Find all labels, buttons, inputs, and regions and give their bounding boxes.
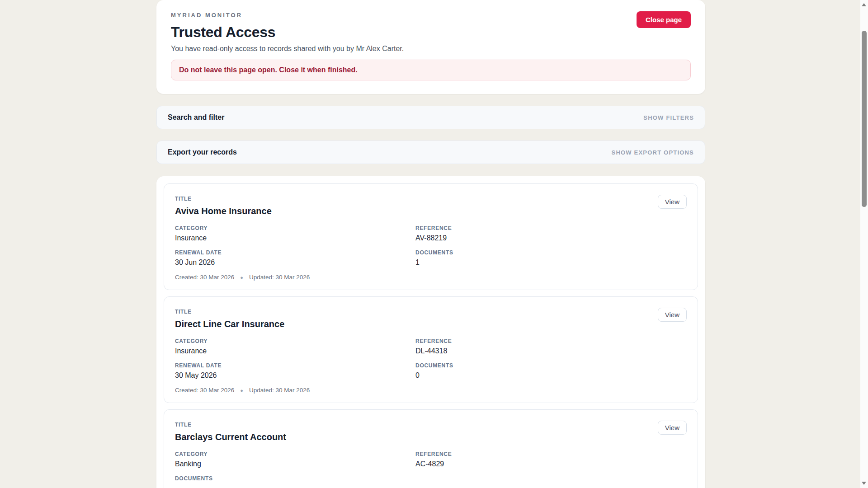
record-field: RENEWAL DATE30 May 2026: [175, 362, 415, 380]
record-field: REFERENCEAC-4829: [415, 451, 687, 469]
scrollbar-down-arrow-icon[interactable]: [862, 482, 866, 485]
record-card: TITLE Barclays Current Account View CATE…: [164, 409, 698, 488]
field-label: DOCUMENTS: [415, 249, 687, 256]
record-title: Aviva Home Insurance: [175, 205, 687, 217]
field-value: [175, 484, 415, 488]
record-footer: Created: 30 Mar 2026 ● Updated: 30 Mar 2…: [175, 274, 687, 281]
record-field: CATEGORYInsurance: [175, 225, 415, 243]
record-field: DOCUMENTS1: [415, 249, 687, 267]
field-value: Insurance: [175, 347, 415, 356]
record-updated: Updated: 30 Mar 2026: [249, 387, 310, 394]
records-container: TITLE Aviva Home Insurance View CATEGORY…: [156, 176, 705, 488]
separator-dot-icon: ●: [240, 388, 243, 393]
record-title: Direct Line Car Insurance: [175, 318, 687, 330]
field-value: 1: [415, 258, 687, 267]
record-fields: CATEGORYInsuranceREFERENCEAV-88219RENEWA…: [175, 225, 687, 267]
field-value: AV-88219: [415, 234, 687, 243]
field-label: CATEGORY: [175, 225, 415, 231]
app-name: MYRIAD MONITOR: [171, 12, 691, 19]
page-title: Trusted Access: [171, 23, 691, 41]
record-field: DOCUMENTS: [175, 475, 415, 488]
separator-dot-icon: ●: [240, 275, 243, 280]
field-value: AC-4829: [415, 460, 687, 469]
field-label: RENEWAL DATE: [175, 249, 415, 256]
field-value: Insurance: [175, 234, 415, 243]
record-field: CATEGORYBanking: [175, 451, 415, 469]
view-button[interactable]: View: [658, 195, 687, 209]
show-filters-button[interactable]: SHOW FILTERS: [643, 114, 694, 121]
record-footer: Created: 30 Mar 2026 ● Updated: 30 Mar 2…: [175, 387, 687, 394]
field-label: CATEGORY: [175, 451, 415, 457]
view-button[interactable]: View: [658, 308, 687, 322]
page-subtitle: You have read-only access to records sha…: [171, 45, 691, 53]
scrollbar-thumb[interactable]: [862, 31, 867, 207]
record-title-label: TITLE: [175, 422, 687, 428]
record-title-label: TITLE: [175, 309, 687, 315]
record-fields: CATEGORYBankingREFERENCEAC-4829DOCUMENTS: [175, 451, 687, 488]
record-created: Created: 30 Mar 2026: [175, 387, 234, 394]
field-value: 0: [415, 371, 687, 380]
record-field: DOCUMENTS0: [415, 362, 687, 380]
record-field: CATEGORYInsurance: [175, 338, 415, 356]
record-field: RENEWAL DATE30 Jun 2026: [175, 249, 415, 267]
field-label: DOCUMENTS: [175, 475, 415, 482]
record-fields: CATEGORYInsuranceREFERENCEDL-44318RENEWA…: [175, 338, 687, 380]
field-value: Banking: [175, 460, 415, 469]
record-field: REFERENCEDL-44318: [415, 338, 687, 356]
export-records-bar: Export your records SHOW EXPORT OPTIONS: [156, 141, 705, 164]
search-filter-label: Search and filter: [168, 113, 224, 122]
view-button[interactable]: View: [658, 421, 687, 435]
field-label: REFERENCE: [415, 338, 687, 344]
field-label: REFERENCE: [415, 225, 687, 231]
scrollbar-up-arrow-icon[interactable]: [862, 3, 866, 6]
show-export-options-button[interactable]: SHOW EXPORT OPTIONS: [612, 149, 694, 156]
field-label: RENEWAL DATE: [175, 362, 415, 369]
record-created: Created: 30 Mar 2026: [175, 274, 234, 281]
field-label: DOCUMENTS: [415, 362, 687, 369]
record-card: TITLE Aviva Home Insurance View CATEGORY…: [164, 183, 698, 290]
main-content: MYRIAD MONITOR Trusted Access You have r…: [156, 0, 705, 488]
warning-text: Do not leave this page open. Close it wh…: [179, 66, 358, 74]
record-updated: Updated: 30 Mar 2026: [249, 274, 310, 281]
field-label: CATEGORY: [175, 338, 415, 344]
search-filter-bar: Search and filter SHOW FILTERS: [156, 106, 705, 129]
record-card: TITLE Direct Line Car Insurance View CAT…: [164, 296, 698, 403]
field-value: DL-44318: [415, 347, 687, 356]
field-label: REFERENCE: [415, 451, 687, 457]
field-value: 30 May 2026: [175, 371, 415, 380]
field-value: 30 Jun 2026: [175, 258, 415, 267]
warning-banner: Do not leave this page open. Close it wh…: [171, 60, 691, 80]
record-field: REFERENCEAV-88219: [415, 225, 687, 243]
close-page-button[interactable]: Close page: [637, 11, 691, 28]
record-title-label: TITLE: [175, 196, 687, 202]
scrollbar[interactable]: [860, 0, 868, 488]
export-records-label: Export your records: [168, 148, 237, 156]
header-card: MYRIAD MONITOR Trusted Access You have r…: [156, 0, 705, 94]
record-title: Barclays Current Account: [175, 431, 687, 443]
